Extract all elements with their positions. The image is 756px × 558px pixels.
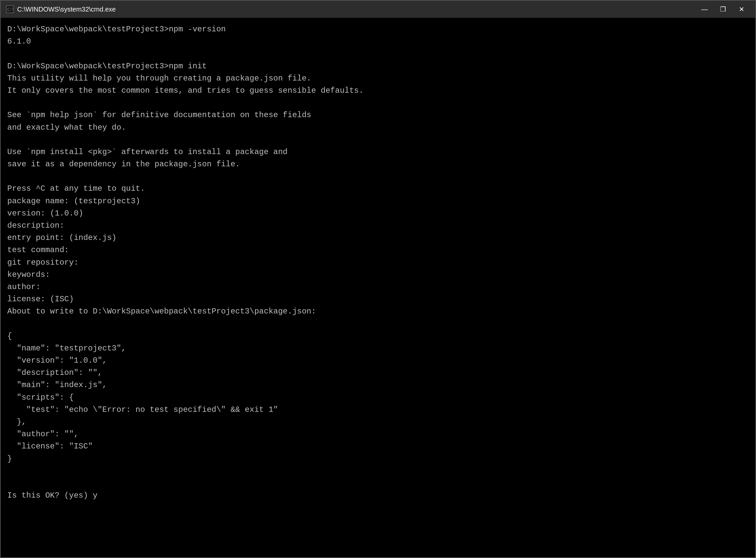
window-title: C:\WINDOWS\system32\cmd.exe (17, 6, 116, 13)
terminal-line (7, 97, 749, 109)
terminal-line: license: (ISC) (7, 293, 749, 305)
terminal-line: 6.1.0 (7, 35, 749, 48)
terminal-line: save it as a dependency in the package.j… (7, 158, 749, 170)
terminal-line: D:\WorkSpace\webpack\testProject3>npm in… (7, 60, 749, 72)
terminal-line (7, 48, 749, 60)
terminal-line: "main": "index.js", (7, 379, 749, 391)
terminal-line: { (7, 330, 749, 342)
terminal-line: This utility will help you through creat… (7, 72, 749, 84)
title-bar: C:\ C:\WINDOWS\system32\cmd.exe — ❐ ✕ (1, 1, 755, 18)
terminal-line: "test": "echo \"Error: no test specified… (7, 404, 749, 416)
terminal-line (7, 465, 749, 477)
terminal-line: "description": "", (7, 366, 749, 379)
svg-text:C:\: C:\ (7, 7, 13, 12)
terminal-line: Is this OK? (yes) y (7, 489, 749, 502)
terminal-line: Press ^C at any time to quit. (7, 182, 749, 195)
terminal-line: version: (1.0.0) (7, 207, 749, 220)
terminal-line: It only covers the most common items, an… (7, 84, 749, 97)
terminal-line: }, (7, 416, 749, 428)
terminal-line: See `npm help json` for definitive docum… (7, 109, 749, 121)
terminal-line: and exactly what they do. (7, 122, 749, 134)
title-bar-left: C:\ C:\WINDOWS\system32\cmd.exe (6, 5, 116, 13)
terminal-line: About to write to D:\WorkSpace\webpack\t… (7, 305, 749, 318)
cmd-icon: C:\ (6, 5, 14, 13)
maximize-button[interactable]: ❐ (714, 3, 732, 15)
terminal-line: Use `npm install <pkg>` afterwards to in… (7, 146, 749, 158)
terminal-line: "license": "ISC" (7, 440, 749, 452)
terminal-line: author: (7, 281, 749, 293)
terminal-line: "author": "", (7, 428, 749, 440)
minimize-button[interactable]: — (696, 3, 713, 15)
terminal-line: test command: (7, 244, 749, 256)
terminal-body[interactable]: D:\WorkSpace\webpack\testProject3>npm -v… (1, 18, 755, 557)
window-controls: — ❐ ✕ (696, 3, 750, 15)
terminal-line: entry point: (index.js) (7, 232, 749, 244)
terminal-line (7, 477, 749, 489)
close-button[interactable]: ✕ (733, 3, 750, 15)
terminal-line (7, 170, 749, 182)
terminal-line: git repository: (7, 256, 749, 269)
cmd-window: C:\ C:\WINDOWS\system32\cmd.exe — ❐ ✕ D:… (0, 0, 756, 558)
terminal-line: description: (7, 220, 749, 232)
terminal-line: D:\WorkSpace\webpack\testProject3>npm -v… (7, 23, 749, 35)
terminal-line (7, 134, 749, 146)
terminal-line: "version": "1.0.0", (7, 354, 749, 366)
terminal-line: package name: (testproject3) (7, 195, 749, 207)
terminal-line: "name": "testproject3", (7, 342, 749, 354)
terminal-line: keywords: (7, 269, 749, 281)
terminal-line (7, 318, 749, 330)
terminal-line: } (7, 453, 749, 465)
terminal-line: "scripts": { (7, 391, 749, 404)
